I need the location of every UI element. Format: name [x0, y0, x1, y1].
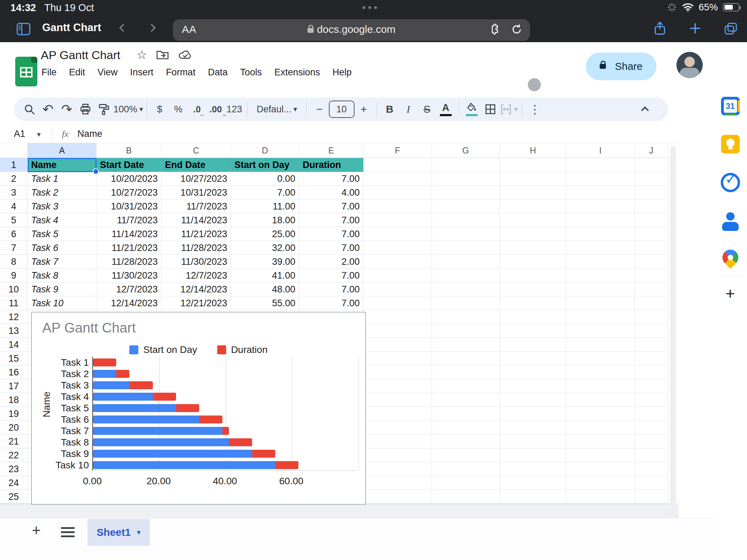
cell-G5[interactable] [432, 213, 500, 227]
cell-F21[interactable] [363, 435, 432, 448]
cell-H5[interactable] [500, 213, 566, 227]
calendar-icon[interactable]: 31 [721, 97, 740, 115]
menu-insert[interactable]: Insert [130, 67, 154, 78]
cell-G13[interactable] [432, 324, 500, 338]
cell-F16[interactable] [363, 365, 432, 379]
cell-B8[interactable]: 11/28/2023 [96, 255, 162, 269]
row-header-8[interactable]: 8 [0, 255, 28, 269]
cell-C6[interactable]: 11/21/2023 [162, 227, 231, 241]
cell-A4[interactable]: Task 3 [28, 199, 96, 213]
cell-F2[interactable] [363, 172, 432, 186]
cell-E8[interactable]: 2.00 [299, 255, 363, 269]
cell-J7[interactable] [635, 241, 668, 255]
row-header-5[interactable]: 5 [0, 213, 28, 227]
cell-B5[interactable]: 11/7/2023 [96, 213, 162, 227]
cell-B2[interactable]: 10/20/2023 [96, 172, 162, 186]
collapse-toolbar-icon[interactable] [636, 100, 654, 119]
row-header-12[interactable]: 12 [0, 310, 28, 324]
cell-G1[interactable] [432, 158, 500, 172]
cell-J15[interactable] [635, 352, 668, 365]
cell-H20[interactable] [500, 421, 566, 435]
cell-H23[interactable] [500, 462, 566, 476]
cell-H2[interactable] [500, 172, 566, 186]
cell-H1[interactable] [500, 158, 566, 172]
cell-J19[interactable] [635, 407, 668, 421]
cell-F13[interactable] [363, 324, 432, 338]
cell-H10[interactable] [500, 282, 566, 296]
cell-D9[interactable]: 41.00 [231, 269, 299, 282]
cell-C5[interactable]: 11/14/2023 [162, 213, 231, 227]
cell-F10[interactable] [363, 282, 432, 296]
row-header-16[interactable]: 16 [0, 365, 28, 379]
cell-H8[interactable] [500, 255, 566, 269]
cell-H13[interactable] [500, 324, 566, 338]
cell-H14[interactable] [500, 338, 566, 352]
menu-extensions[interactable]: Extensions [274, 67, 320, 78]
cell-C2[interactable]: 10/27/2023 [162, 172, 231, 186]
cell-J12[interactable] [635, 310, 668, 324]
cell-J4[interactable] [635, 199, 668, 213]
cell-A10[interactable]: Task 9 [28, 282, 96, 296]
cell-B6[interactable]: 11/14/2023 [96, 227, 162, 241]
cell-F17[interactable] [363, 379, 432, 393]
cell-I1[interactable] [566, 158, 635, 172]
back-button[interactable] [119, 24, 127, 32]
cell-F4[interactable] [363, 199, 432, 213]
share-button[interactable]: Share [586, 53, 656, 80]
print-icon[interactable] [76, 100, 95, 119]
keep-icon[interactable] [721, 135, 740, 153]
cell-G8[interactable] [432, 255, 500, 269]
column-header-D[interactable]: D [231, 143, 299, 158]
cell-I4[interactable] [566, 199, 635, 213]
cell-A1[interactable]: Name [28, 158, 96, 172]
row-header-9[interactable]: 9 [0, 269, 28, 282]
menu-view[interactable]: View [98, 67, 118, 78]
row-header-7[interactable]: 7 [0, 241, 28, 255]
cell-E10[interactable]: 7.00 [299, 282, 363, 296]
cell-I9[interactable] [566, 269, 635, 282]
cell-E5[interactable]: 7.00 [299, 213, 363, 227]
column-header-H[interactable]: H [500, 143, 566, 158]
cell-I16[interactable] [566, 365, 635, 379]
cell-H6[interactable] [500, 227, 566, 241]
row-header-18[interactable]: 18 [0, 393, 28, 407]
cell-A3[interactable]: Task 2 [28, 186, 96, 199]
cell-D2[interactable]: 0.00 [231, 172, 299, 186]
cell-J3[interactable] [635, 186, 668, 199]
cell-A8[interactable]: Task 7 [28, 255, 96, 269]
cell-F20[interactable] [363, 421, 432, 435]
cell-D11[interactable]: 55.00 [231, 296, 299, 310]
star-icon[interactable]: ☆ [137, 48, 147, 62]
cell-G25[interactable] [432, 490, 500, 504]
cell-G18[interactable] [432, 393, 500, 407]
cell-D8[interactable]: 39.00 [231, 255, 299, 269]
fill-color-button[interactable] [462, 100, 481, 119]
redo-icon[interactable]: ↷ [57, 100, 76, 119]
font-family-select[interactable]: Defaul...▾ [251, 100, 303, 119]
cell-J17[interactable] [635, 379, 668, 393]
cell-J21[interactable] [635, 435, 668, 448]
row-header-23[interactable]: 23 [0, 462, 28, 476]
cell-C9[interactable]: 12/7/2023 [162, 269, 231, 282]
cell-H21[interactable] [500, 435, 566, 448]
cell-F12[interactable] [363, 310, 432, 324]
cell-B9[interactable]: 11/30/2023 [96, 269, 162, 282]
forward-button[interactable] [147, 24, 156, 32]
cell-D4[interactable]: 11.00 [231, 199, 299, 213]
share-icon[interactable] [653, 21, 667, 36]
search-icon[interactable] [20, 100, 39, 119]
bold-button[interactable]: B [380, 100, 399, 119]
cell-G14[interactable] [432, 338, 500, 352]
cell-I12[interactable] [566, 310, 635, 324]
sheets-logo-icon[interactable] [15, 57, 37, 86]
cell-B7[interactable]: 11/21/2023 [96, 241, 162, 255]
cell-H7[interactable] [500, 241, 566, 255]
cell-G22[interactable] [432, 448, 500, 462]
cell-J5[interactable] [635, 213, 668, 227]
cell-B11[interactable]: 12/14/2023 [96, 296, 162, 310]
row-header-1[interactable]: 1 [0, 158, 28, 172]
cell-F25[interactable] [363, 490, 432, 504]
cell-D6[interactable]: 25.00 [231, 227, 299, 241]
cell-D10[interactable]: 48.00 [231, 282, 299, 296]
sidebar-add-icon[interactable]: + [726, 284, 735, 303]
